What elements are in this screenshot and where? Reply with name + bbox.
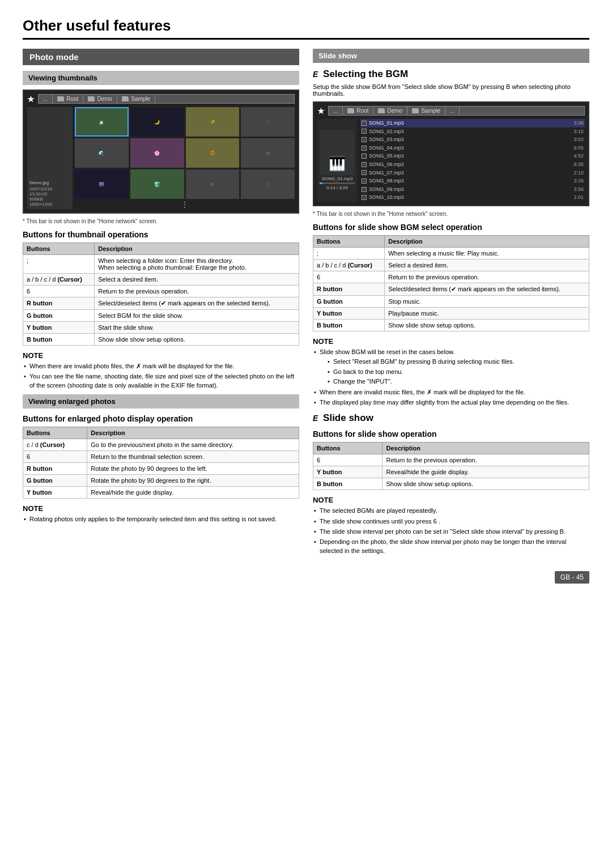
description-cell: Select/deselect items (✔ mark appears on…	[385, 283, 589, 295]
bgm-nav-sample: Sample	[407, 107, 445, 115]
bgm-song-time: 3:15	[571, 128, 584, 135]
folder-icon	[122, 96, 129, 101]
button-cell: Y button	[313, 307, 385, 319]
thumb-nav-root: Root	[53, 95, 83, 103]
bgm-song-name: SONG_05.mp3	[369, 152, 569, 160]
bgm-checkbox: ✓	[362, 178, 367, 184]
folder-icon	[57, 96, 64, 101]
table-row: Y buttonReveal/hide the guide display.	[23, 487, 299, 499]
button-cell: G button	[23, 310, 95, 322]
description-cell: Stop music.	[385, 295, 589, 307]
bgm-song-name: SONG_10.mp3	[369, 194, 569, 201]
button-cell: Y button	[23, 487, 87, 499]
table-row: ;When selecting a folder icon: Enter thi…	[23, 255, 299, 274]
button-cell: 6	[313, 454, 382, 466]
selecting-bgm-description: Setup the slide show BGM from "Select sl…	[313, 83, 589, 97]
col-description: Description	[382, 442, 589, 454]
buttons-enlarged-table: Buttons Description c / d (Cursor)Go to …	[23, 427, 299, 499]
bgm-checkbox: ✓	[362, 121, 367, 126]
col-buttons: Buttons	[313, 442, 382, 454]
table-row: B buttonShow slide show setup options.	[313, 478, 589, 490]
description-cell: Show slide show setup options.	[95, 334, 299, 346]
note-enlarged: NOTE Rotating photos only applies to the…	[23, 504, 299, 524]
left-column: Photo mode Viewing thumbnails ★ ... Root	[23, 49, 299, 560]
button-cell: R button	[23, 297, 95, 310]
folder-icon	[347, 108, 354, 113]
bgm-song-time: 3:02	[571, 136, 584, 143]
list-item: SONG_05.mp34:52	[360, 152, 585, 160]
button-cell: R button	[313, 283, 385, 295]
thumb-cell: 🌾	[186, 107, 240, 137]
button-cell: 6	[23, 286, 95, 297]
list-item: The slide show interval per photo can be…	[313, 527, 589, 536]
list-item: The displayed play time may differ sligh…	[313, 398, 589, 407]
bgm-song-name: SONG_09.mp3	[369, 186, 569, 193]
bgm-song-time: 3:26	[571, 177, 584, 185]
bgm-nav-demo: Demo	[373, 107, 407, 115]
button-cell: B button	[23, 334, 95, 346]
bgm-song-name: SONG_01.mp3	[369, 120, 569, 127]
buttons-bgm-title: Buttons for slide show BGM select operat…	[313, 223, 589, 232]
description-cell: Reveal/hide the guide display.	[87, 487, 299, 499]
bgm-left-panel: 🎹 SONG_01.mp3 0:14 / 3:05 ✓SONG_01.mp33:…	[317, 119, 585, 202]
photo-mode-header: Photo mode	[23, 49, 299, 65]
thumb-cell: 🌙	[130, 107, 184, 137]
bgm-song-name: SONG_02.mp3	[369, 128, 569, 135]
description-cell: When selecting a music file: Play music.	[385, 247, 589, 259]
list-item: ✓SONG_06.mp36:35	[360, 160, 585, 169]
slide-show-title: E Slide show	[313, 412, 589, 424]
bgm-song-name: SONG_07.mp3	[369, 169, 569, 177]
list-item: When there are invalid photo files, the …	[23, 362, 299, 371]
description-cell: Rotate the photo by 90 degrees to the le…	[87, 463, 299, 475]
description-cell: Go to the previous/next photo in the sam…	[87, 439, 299, 451]
bgm-song-time: 1:01	[571, 194, 584, 201]
page-number-badge: GB - 45	[555, 571, 589, 584]
bgm-nav-more: ...	[445, 107, 460, 115]
folder-icon	[412, 108, 419, 113]
thumb-more-dots: ⋮	[75, 200, 295, 209]
description-cell: Return to the thumbnail selection screen…	[87, 451, 299, 463]
bgm-progress-bar	[320, 182, 322, 184]
button-cell: c / d (Cursor)	[23, 439, 87, 451]
list-item: You can see the file name, shooting date…	[23, 372, 299, 390]
bgm-song-time: 2:10	[571, 169, 584, 177]
table-row: R buttonRotate the photo by 90 degrees t…	[23, 463, 299, 475]
list-item: ✓SONG_03.mp33:02	[360, 135, 585, 144]
col-buttons: Buttons	[313, 235, 385, 247]
list-item: ✓SONG_10.mp31:01	[360, 193, 585, 202]
description-cell: Select BGM for the slide show.	[95, 310, 299, 322]
description-cell: Return to the previous operation.	[95, 286, 299, 297]
buttons-slideshow-title: Buttons for slide show operation	[313, 429, 589, 439]
thumb-info-size: 600KB	[29, 197, 70, 202]
bgm-checkbox	[362, 154, 367, 159]
bgm-song-time: 3:56	[571, 186, 584, 193]
button-cell: ;	[23, 255, 95, 274]
viewing-thumbnails-header: Viewing thumbnails	[23, 71, 299, 85]
thumb-cell: □	[241, 107, 295, 137]
bgm-song-time: 6:05	[571, 144, 584, 152]
table-row: Y buttonStart the slide show.	[23, 322, 299, 334]
note-thumbnails-title: NOTE	[23, 351, 299, 360]
button-cell: Y button	[23, 322, 95, 334]
table-row: 6Return to the previous operation.	[313, 454, 589, 466]
description-cell: Rotate the photo by 90 degrees to the ri…	[87, 475, 299, 487]
table-row: ;When selecting a music file: Play music…	[313, 247, 589, 259]
thumb-cell: 🏞️	[130, 169, 184, 199]
buttons-thumbnail-table: Buttons Description ;When selecting a fo…	[23, 242, 299, 346]
note-thumbnails-list: When there are invalid photo files, the …	[23, 362, 299, 390]
bgm-song-time: 6:35	[571, 161, 584, 168]
bgm-nav-root: Root	[343, 107, 373, 115]
button-cell: 6	[23, 451, 87, 463]
page-title: Other useful features	[23, 17, 589, 40]
thumb-cell: 🌻	[186, 138, 240, 168]
slide-show-header: Slide show	[313, 49, 589, 63]
thumb-nav-sample: Sample	[117, 95, 155, 103]
list-item: Slide show BGM will be reset in the case…	[313, 348, 589, 386]
col-description: Description	[87, 427, 299, 439]
folder-icon	[378, 108, 385, 113]
button-cell: G button	[313, 295, 385, 307]
bgm-song-name: SONG_08.mp3	[369, 177, 569, 185]
list-item: Select "Reset all BGM" by pressing B dur…	[326, 358, 589, 366]
bgm-song-list: ✓SONG_01.mp33:06✓SONG_02.mp33:15✓SONG_03…	[360, 119, 585, 202]
list-item: The selected BGMs are played repeatedly.	[313, 507, 589, 515]
